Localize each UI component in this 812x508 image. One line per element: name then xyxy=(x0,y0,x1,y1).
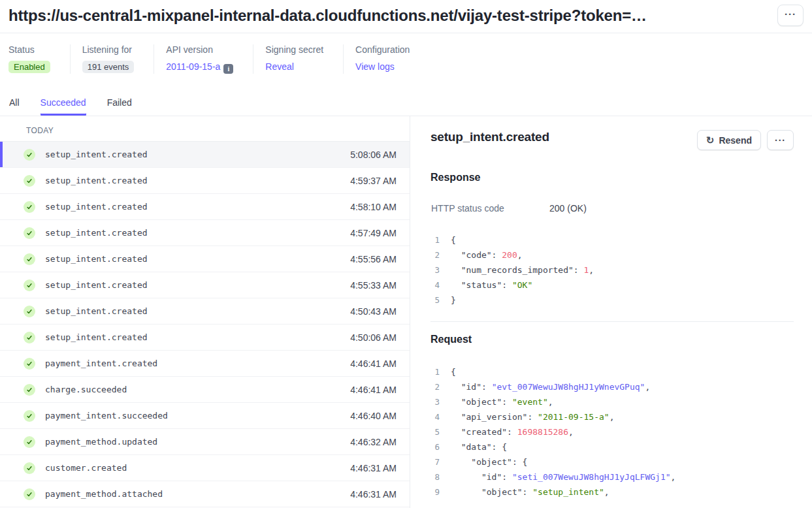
line-number: 1 xyxy=(430,232,440,247)
status-item-value[interactable]: Reveal xyxy=(265,61,294,72)
event-time: 4:50:43 AM xyxy=(350,306,397,317)
code-line: 8 "id": "seti_007WewuJW8hgHJ1yJqLFWGj1", xyxy=(430,469,794,484)
tab-failed[interactable]: Failed xyxy=(107,97,132,116)
code-token: "setup_intent" xyxy=(532,484,604,500)
success-check-icon xyxy=(24,175,35,187)
event-row[interactable]: setup_intent.created4:57:49 AM xyxy=(0,220,410,246)
success-check-icon xyxy=(24,358,35,370)
code-line: 1{ xyxy=(430,364,794,379)
event-rows: setup_intent.created5:08:06 AMsetup_inte… xyxy=(0,142,410,507)
code-token: "event" xyxy=(512,394,548,409)
endpoint-url-title: https://us-central1-mixpanel-internal-da… xyxy=(8,7,773,25)
event-row[interactable]: payment_intent.succeeded4:46:40 AM xyxy=(0,403,410,429)
resend-button[interactable]: ↻ Resend xyxy=(697,130,761,150)
code-token: , xyxy=(568,424,574,439)
event-name: setup_intent.created xyxy=(45,254,148,264)
line-number: 5 xyxy=(430,424,440,439)
success-check-icon xyxy=(24,462,35,474)
code-line: 2 "code": 200, xyxy=(430,247,794,262)
event-row[interactable]: payment_intent.created4:46:41 AM xyxy=(0,351,410,377)
detail-overflow-button[interactable]: ··· xyxy=(767,130,794,150)
code-token: "status": xyxy=(451,278,512,293)
status-item-configuration: ConfigurationView logs xyxy=(344,44,429,74)
status-bar: StatusEnabledListening for191 eventsAPI … xyxy=(0,33,812,83)
event-row[interactable]: setup_intent.created4:55:56 AM xyxy=(0,246,410,272)
status-item-label: Listening for xyxy=(82,44,135,55)
tab-succeeded[interactable]: Succeeded xyxy=(41,97,86,116)
event-row[interactable]: setup_intent.created4:50:06 AM xyxy=(0,325,410,351)
event-row[interactable]: setup_intent.created4:58:10 AM xyxy=(0,194,410,220)
code-token: { xyxy=(451,364,456,379)
code-line: 9 "object": "setup_intent", xyxy=(430,484,794,500)
line-number: 7 xyxy=(430,454,440,469)
status-item-signing-secret: Signing secretReveal xyxy=(253,44,344,74)
success-check-icon xyxy=(24,227,35,239)
code-token: "code": xyxy=(451,247,502,262)
status-item-label: Signing secret xyxy=(265,44,323,55)
status-item-value: Enabled xyxy=(8,61,50,73)
event-row[interactable]: setup_intent.created4:59:37 AM xyxy=(0,168,410,194)
endpoint-overflow-button[interactable]: ··· xyxy=(777,5,804,26)
success-check-icon xyxy=(24,279,35,291)
event-row[interactable]: customer.created4:46:31 AM xyxy=(0,455,410,481)
success-check-icon xyxy=(24,410,35,422)
endpoint-header: https://us-central1-mixpanel-internal-da… xyxy=(0,0,812,33)
status-item-listening-for: Listening for191 events xyxy=(71,44,155,74)
event-name: setup_intent.created xyxy=(45,306,148,316)
line-number: 4 xyxy=(430,409,440,424)
event-row[interactable]: setup_intent.created5:08:06 AM xyxy=(0,142,410,168)
code-token: } xyxy=(451,293,456,308)
code-token: 1 xyxy=(584,262,589,278)
success-check-icon xyxy=(24,384,35,396)
line-number: 3 xyxy=(430,262,440,278)
code-token: "seti_007WewuJW8hgHJ1yJqLFWGj1" xyxy=(512,469,671,484)
status-item-value[interactable]: 2011-09-15-a xyxy=(166,61,220,72)
success-check-icon xyxy=(24,149,35,161)
status-item-label: Status xyxy=(8,44,50,55)
event-time: 4:55:33 AM xyxy=(350,280,397,291)
event-time: 4:57:49 AM xyxy=(350,228,397,238)
api-version-info-icon[interactable]: i xyxy=(223,64,233,74)
code-token: "id": xyxy=(451,469,512,484)
code-line: 4 "api_version": "2011-09-15-a", xyxy=(430,409,794,424)
event-time: 4:46:41 AM xyxy=(350,385,397,395)
status-item-label: Configuration xyxy=(355,44,410,55)
event-time: 4:46:31 AM xyxy=(350,463,397,473)
tab-all[interactable]: All xyxy=(9,97,20,116)
success-check-icon xyxy=(24,201,35,213)
code-token: , xyxy=(604,484,609,500)
response-code-block: 1{2 "code": 200,3 "num_records_imported"… xyxy=(430,232,794,308)
event-time: 4:55:56 AM xyxy=(350,254,397,264)
event-name: customer.created xyxy=(45,463,127,473)
event-time: 4:46:40 AM xyxy=(350,411,397,421)
event-row[interactable]: charge.succeeded4:46:41 AM xyxy=(0,377,410,403)
code-line: 1{ xyxy=(430,232,794,247)
event-time: 4:50:06 AM xyxy=(350,332,397,343)
event-row[interactable]: setup_intent.created4:50:43 AM xyxy=(0,298,410,325)
event-row[interactable]: payment_method.attached4:46:31 AM xyxy=(0,481,410,507)
status-item-value: 191 events xyxy=(82,61,135,73)
http-status-row: HTTP status code 200 (OK) xyxy=(430,203,794,214)
event-row[interactable]: payment_method.updated4:46:32 AM xyxy=(0,429,410,455)
success-check-icon xyxy=(24,306,35,317)
response-heading: Response xyxy=(430,172,794,183)
event-row[interactable]: setup_intent.created4:55:33 AM xyxy=(0,272,410,298)
event-filter-tabs: AllSucceededFailed xyxy=(0,83,812,116)
success-check-icon xyxy=(24,332,35,343)
code-line: 4 "status": "OK" xyxy=(430,278,794,293)
code-token: "object": xyxy=(451,484,532,500)
event-name: payment_intent.succeeded xyxy=(45,411,168,421)
code-token: , xyxy=(517,247,523,262)
refresh-icon: ↻ xyxy=(706,135,715,146)
code-token: , xyxy=(609,409,615,424)
line-number: 2 xyxy=(430,247,440,262)
code-token: "2011-09-15-a" xyxy=(538,409,609,424)
code-line: 5 "created": 1698815286, xyxy=(430,424,794,439)
event-list-panel: TODAY setup_intent.created5:08:06 AMsetu… xyxy=(0,116,410,508)
status-item-value[interactable]: View logs xyxy=(355,61,395,72)
success-check-icon xyxy=(24,436,35,448)
code-token: "id": xyxy=(451,379,492,394)
event-name: setup_intent.created xyxy=(45,332,148,342)
code-token: "created": xyxy=(451,424,517,439)
code-token: 200 xyxy=(502,247,517,262)
